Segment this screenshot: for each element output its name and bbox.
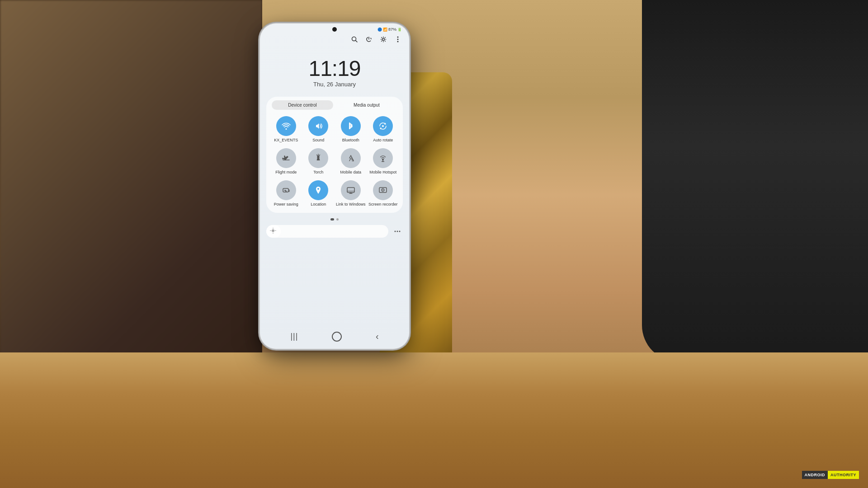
- brightness-slider[interactable]: [266, 225, 388, 238]
- qs-header: [260, 33, 409, 47]
- svg-point-8: [382, 125, 384, 127]
- toggle-mobile-data-label: Mobile data: [340, 170, 361, 175]
- toggle-flight-mode-label: Flight mode: [275, 170, 297, 175]
- battery-icon: 🔋: [397, 28, 402, 32]
- toggle-sound[interactable]: Sound: [302, 114, 335, 145]
- toggle-kx-events-label: KX_EVENTS: [274, 138, 298, 143]
- svg-point-4: [382, 38, 385, 41]
- svg-point-31: [397, 231, 398, 232]
- search-icon[interactable]: [350, 35, 359, 43]
- svg-point-30: [395, 231, 396, 232]
- sound-icon: [308, 116, 328, 136]
- svg-rect-18: [347, 188, 354, 192]
- toggle-flight-mode[interactable]: Flight mode: [270, 146, 302, 177]
- toggle-location[interactable]: Location: [302, 178, 335, 209]
- toggle-kx-events[interactable]: KX_EVENTS: [270, 114, 302, 145]
- auto-rotate-icon: [373, 116, 393, 136]
- toggle-power-saving-label: Power saving: [274, 202, 298, 207]
- more-icon[interactable]: [394, 35, 402, 43]
- toggle-link-to-windows[interactable]: Link to Windows: [335, 178, 367, 209]
- signal-icon: 📶: [383, 28, 387, 32]
- settings-icon[interactable]: [379, 35, 387, 43]
- screen-recorder-icon: [373, 180, 393, 200]
- svg-point-17: [317, 188, 319, 190]
- svg-point-7: [397, 41, 399, 42]
- toggle-link-to-windows-label: Link to Windows: [336, 202, 366, 207]
- mobile-data-icon: [341, 148, 361, 168]
- toggle-screen-recorder-label: Screen recorder: [368, 202, 398, 207]
- tab-media-output[interactable]: Media output: [336, 100, 397, 110]
- toggle-torch-label: Torch: [313, 170, 323, 175]
- brightness-more-icon[interactable]: [392, 226, 403, 237]
- toggle-mobile-hotspot[interactable]: Mobile Hotspot: [367, 146, 400, 177]
- qs-tabs: Device control Media output: [270, 100, 399, 110]
- toggle-auto-rotate-label: Auto rotate: [373, 138, 393, 143]
- watermark-authority-text: AUTHORITY: [828, 471, 859, 479]
- nav-home-icon[interactable]: [332, 332, 342, 342]
- svg-line-1: [356, 41, 358, 42]
- watermark: ANDROID AUTHORITY: [802, 471, 859, 479]
- svg-line-11: [319, 155, 320, 155]
- toggle-bluetooth[interactable]: Bluetooth: [335, 114, 367, 145]
- clock-area: 11:19 Thu, 26 January: [260, 47, 409, 92]
- dark-object-right: [642, 0, 868, 361]
- bluetooth-status-icon: 🔵: [377, 28, 382, 32]
- toggle-screen-recorder[interactable]: Screen recorder: [367, 178, 400, 209]
- table-surface: [0, 352, 868, 488]
- toggle-power-saving[interactable]: Power saving: [270, 178, 302, 209]
- tab-device-control[interactable]: Device control: [272, 100, 333, 110]
- page-dot-2: [336, 218, 339, 221]
- toggle-mobile-data[interactable]: Mobile data: [335, 146, 367, 177]
- toggle-sound-label: Sound: [312, 138, 324, 143]
- nav-recent-icon[interactable]: |||: [290, 332, 298, 341]
- toggle-location-label: Location: [311, 202, 326, 207]
- svg-line-12: [317, 155, 317, 155]
- nav-back-icon[interactable]: ‹: [376, 331, 379, 342]
- page-dots: [260, 216, 409, 222]
- wifi-icon: [276, 116, 296, 136]
- power-saving-icon: [276, 180, 296, 200]
- svg-point-25: [272, 230, 274, 232]
- svg-point-24: [382, 189, 383, 190]
- qs-grid: KX_EVENTS Sound: [270, 114, 399, 208]
- toggle-mobile-hotspot-label: Mobile Hotspot: [369, 170, 396, 175]
- toggle-auto-rotate[interactable]: Auto rotate: [367, 114, 400, 145]
- svg-point-6: [397, 39, 399, 40]
- status-icons: 🔵 📶 87% 🔋: [377, 27, 402, 32]
- phone-device: 🔵 📶 87% 🔋: [260, 23, 409, 349]
- battery-text: 87%: [388, 27, 396, 32]
- toggle-torch[interactable]: Torch: [302, 146, 335, 177]
- location-icon: [308, 180, 328, 200]
- hotspot-icon: [373, 148, 393, 168]
- front-camera: [332, 27, 337, 32]
- bluetooth-icon: [341, 116, 361, 136]
- link-to-windows-icon: [341, 180, 361, 200]
- svg-point-13: [382, 159, 384, 160]
- svg-point-5: [397, 37, 399, 38]
- svg-rect-9: [317, 155, 320, 159]
- page-dot-1: [330, 218, 334, 221]
- brightness-area: [266, 225, 403, 238]
- qs-panel: Device control Media output: [266, 97, 403, 213]
- phone-screen: 🔵 📶 87% 🔋: [260, 23, 409, 349]
- toggle-bluetooth-label: Bluetooth: [342, 138, 359, 143]
- watermark-android-text: ANDROID: [802, 471, 828, 479]
- nav-bar: ||| ‹: [260, 329, 409, 343]
- clock-date: Thu, 26 January: [260, 81, 409, 88]
- svg-point-32: [399, 231, 401, 232]
- clock-time: 11:19: [260, 56, 409, 81]
- power-icon[interactable]: [365, 35, 373, 43]
- torch-icon: [308, 148, 328, 168]
- flight-mode-icon: [276, 148, 296, 168]
